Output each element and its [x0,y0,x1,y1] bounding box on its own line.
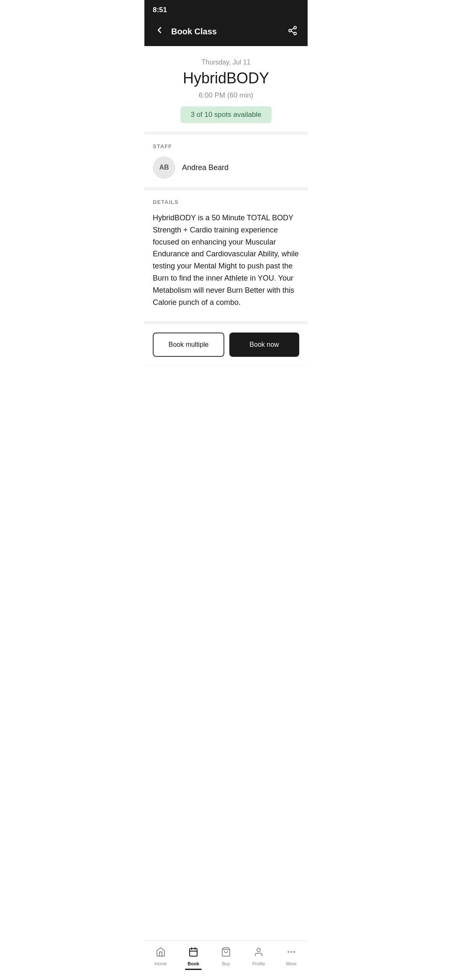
details-description: HybridBODY is a 50 Minute TOTAL BODY Str… [153,212,299,308]
book-now-button[interactable]: Book now [229,333,299,357]
staff-section: STAFF AB Andrea Beard [144,135,308,191]
spots-badge: 3 of 10 spots available [180,106,271,123]
class-date: Thursday, Jul 11 [153,59,299,66]
class-name: HybridBODY [153,70,299,87]
book-multiple-button[interactable]: Book multiple [153,333,224,357]
svg-line-3 [291,31,294,33]
booking-buttons: Book multiple Book now [144,324,308,366]
staff-initials: AB [159,164,169,171]
class-info-section: Thursday, Jul 11 HybridBODY 6:00 PM (60 … [144,46,308,135]
page-title: Book Class [171,27,217,36]
class-time: 6:00 PM (60 min) [153,91,299,100]
page-header: Book Class [144,18,308,46]
share-button[interactable] [286,24,299,39]
details-section-title: DETAILS [153,199,299,205]
back-button[interactable] [153,23,166,39]
main-content: Thursday, Jul 11 HybridBODY 6:00 PM (60 … [144,46,308,416]
svg-line-4 [291,28,294,30]
status-bar: 8:51 [144,0,308,18]
staff-avatar: AB [153,156,175,179]
staff-item: AB Andrea Beard [153,156,299,179]
staff-name: Andrea Beard [182,163,229,172]
staff-section-title: STAFF [153,143,299,150]
details-section: DETAILS HybridBODY is a 50 Minute TOTAL … [144,191,308,324]
status-time: 8:51 [153,6,167,14]
header-left: Book Class [153,23,217,39]
